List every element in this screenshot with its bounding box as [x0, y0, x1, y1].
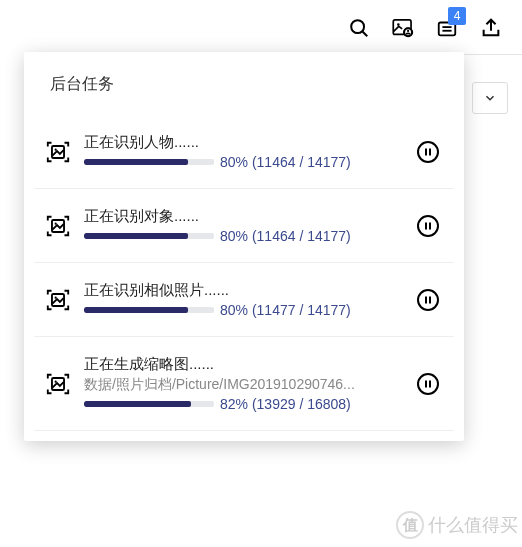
svg-point-22 [418, 290, 438, 310]
tasks-badge: 4 [448, 7, 466, 25]
task-row: 正在识别对象...... 80% (11464 / 14177) [34, 189, 454, 263]
watermark-logo: 值 [396, 511, 424, 539]
image-scan-icon [44, 212, 72, 240]
divider [462, 54, 522, 55]
progress-bar-fill [84, 307, 188, 313]
upload-icon[interactable] [480, 17, 502, 39]
background-tasks-panel: 后台任务 正在识别人物...... 80% (11464 / 14177) [24, 52, 464, 441]
image-scan-icon [44, 370, 72, 398]
progress-bar-fill [84, 401, 191, 407]
pause-button[interactable] [414, 212, 442, 240]
progress-bar [84, 307, 214, 313]
svg-point-0 [351, 20, 364, 33]
task-label: 正在生成缩略图...... [84, 355, 404, 374]
task-body: 正在识别人物...... 80% (11464 / 14177) [84, 133, 404, 170]
panel-title: 后台任务 [24, 52, 464, 115]
image-scan-icon [44, 138, 72, 166]
top-toolbar: 4 [0, 0, 522, 46]
task-row: 正在识别人物...... 80% (11464 / 14177) [34, 115, 454, 189]
task-label: 正在识别相似照片...... [84, 281, 404, 300]
chevron-down-icon [483, 91, 497, 105]
image-scan-icon [44, 286, 72, 314]
sort-dropdown[interactable] [472, 82, 508, 114]
progress-text: 80% (11464 / 14177) [220, 228, 351, 244]
pause-button[interactable] [414, 370, 442, 398]
progress-text: 80% (11464 / 14177) [220, 154, 351, 170]
progress-bar [84, 159, 214, 165]
svg-point-3 [397, 23, 400, 26]
task-body: 正在识别相似照片...... 80% (11477 / 14177) [84, 281, 404, 318]
progress-text: 80% (11477 / 14177) [220, 302, 351, 318]
progress-bar-fill [84, 159, 188, 165]
watermark-text: 什么值得买 [428, 513, 518, 537]
svg-point-12 [418, 142, 438, 162]
task-body: 正在生成缩略图...... 数据/照片归档/Picture/IMG2019102… [84, 355, 404, 412]
progress-bar [84, 401, 214, 407]
progress-text: 82% (13929 / 16808) [220, 396, 351, 412]
pause-button[interactable] [414, 286, 442, 314]
pause-button[interactable] [414, 138, 442, 166]
progress-bar-fill [84, 233, 188, 239]
task-body: 正在识别对象...... 80% (11464 / 14177) [84, 207, 404, 244]
task-path: 数据/照片归档/Picture/IMG201910290746... [84, 376, 404, 394]
svg-point-17 [418, 216, 438, 236]
svg-line-1 [362, 31, 367, 36]
task-label: 正在识别对象...... [84, 207, 404, 226]
task-list: 正在识别人物...... 80% (11464 / 14177) [24, 115, 464, 431]
tasks-icon[interactable]: 4 [436, 17, 458, 39]
task-row: 正在生成缩略图...... 数据/照片归档/Picture/IMG2019102… [34, 337, 454, 431]
image-browse-icon[interactable] [392, 17, 414, 39]
task-label: 正在识别人物...... [84, 133, 404, 152]
task-row: 正在识别相似照片...... 80% (11477 / 14177) [34, 263, 454, 337]
progress-bar [84, 233, 214, 239]
svg-point-6 [407, 30, 409, 32]
svg-point-27 [418, 374, 438, 394]
search-icon[interactable] [348, 17, 370, 39]
watermark: 值 什么值得买 [396, 511, 518, 539]
